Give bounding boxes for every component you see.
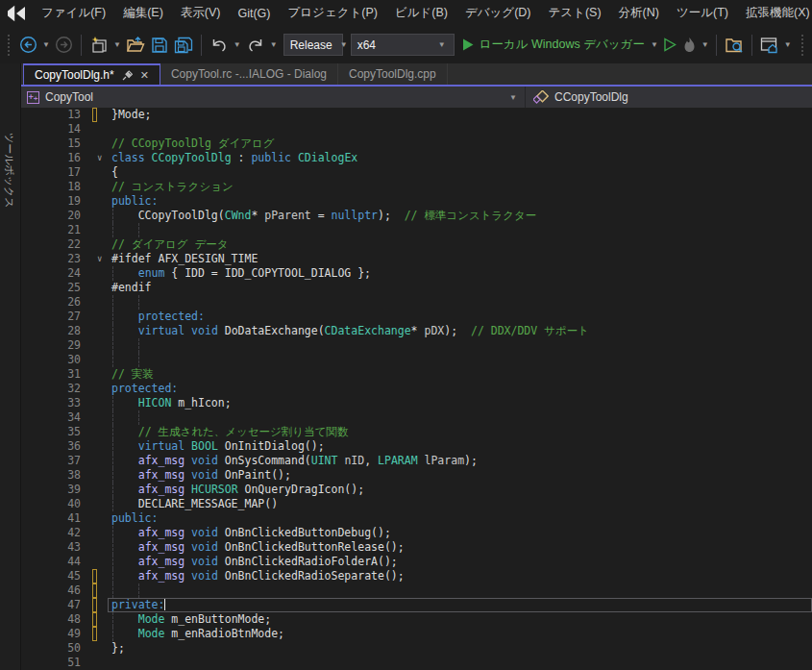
start-debugging-button[interactable]: [458, 32, 478, 59]
line-number: 14: [21, 122, 81, 136]
menu-build[interactable]: ビルド(B): [386, 0, 456, 26]
code-line-44[interactable]: 44 afx_msg void OnBnClickedRadioFolderA(…: [21, 555, 812, 569]
code-line-31[interactable]: 31// 実装: [21, 367, 812, 382]
code-line-39[interactable]: 39 afx_msg HCURSOR OnQueryDragIcon();: [21, 483, 812, 497]
close-icon[interactable]: ✕: [140, 69, 149, 82]
code-token: afx_msg: [138, 555, 185, 568]
code-line-13[interactable]: 13}Mode;: [21, 108, 812, 122]
code-token: [111, 555, 138, 568]
menu-git[interactable]: Git(G): [229, 2, 279, 25]
code-line-42[interactable]: 42 afx_msg void OnBnClickedButtonDebug()…: [21, 526, 812, 540]
navigate-forward-button[interactable]: [52, 32, 76, 59]
menu-analyze[interactable]: 分析(N): [610, 0, 668, 26]
code-line-46[interactable]: 46: [21, 583, 812, 598]
code-line-40[interactable]: 40 DECLARE_MESSAGE_MAP(): [21, 497, 812, 511]
open-folder-button[interactable]: [123, 32, 148, 59]
save-all-button[interactable]: [171, 32, 196, 59]
fold-collapse-icon[interactable]: ∨: [97, 151, 102, 165]
navigate-back-dropdown[interactable]: ▼: [42, 40, 50, 49]
find-in-files-button[interactable]: [722, 32, 747, 59]
code-line-27[interactable]: 27 protected:: [21, 310, 812, 324]
hot-reload-dropdown[interactable]: ▼: [701, 40, 709, 49]
code-line-17[interactable]: 17{: [21, 165, 812, 180]
code-line-18[interactable]: 18// コンストラクション: [21, 180, 812, 194]
pin-icon[interactable]: [122, 70, 133, 81]
code-line-16[interactable]: 16∨class CCopyToolDlg : public CDialogEx: [21, 151, 812, 165]
code-line-26[interactable]: 26: [21, 295, 812, 310]
solution-configuration-dropdown[interactable]: Release ▼: [283, 34, 343, 56]
menu-view[interactable]: 表示(V): [172, 0, 230, 26]
code-line-21[interactable]: 21: [21, 223, 812, 237]
code-line-15[interactable]: 15// CCopyToolDlg ダイアログ: [21, 136, 812, 151]
code-line-35[interactable]: 35 // 生成された、メッセージ割り当て関数: [21, 425, 812, 439]
code-line-49[interactable]: 49 Mode m_enRadioBtnMode;: [21, 627, 812, 641]
code-line-29[interactable]: 29: [21, 338, 812, 353]
toolbar-grip[interactable]: [801, 35, 805, 56]
save-button[interactable]: [148, 32, 171, 59]
code-line-43[interactable]: 43 afx_msg void OnBnClickedButtonRelease…: [21, 540, 812, 555]
code-line-41[interactable]: 41public:: [21, 511, 812, 526]
document-tab-0[interactable]: CopyToolDlg.h*✕: [23, 63, 160, 85]
menu-debug[interactable]: デバッグ(D): [456, 0, 540, 26]
code-line-22[interactable]: 22// ダイアログ データ: [21, 237, 812, 252]
menu-extensions[interactable]: 拡張機能(X): [737, 0, 812, 26]
type-scope-dropdown[interactable]: CCopyToolDlg: [525, 87, 812, 108]
code-line-34[interactable]: 34: [21, 410, 812, 425]
document-tab-1[interactable]: CopyTool.rc -...IALOG - Dialog: [160, 63, 338, 85]
line-number: 23: [21, 252, 81, 266]
code-line-23[interactable]: 23∨#ifdef AFX_DESIGN_TIME: [21, 252, 812, 266]
code-line-25[interactable]: 25#endif: [21, 281, 812, 295]
code-line-45[interactable]: 45 afx_msg void OnBnClickedRadioSeparate…: [21, 569, 812, 583]
menu-tools[interactable]: ツール(T): [668, 0, 737, 26]
fold-collapse-icon[interactable]: ∨: [97, 252, 102, 266]
new-item-button[interactable]: [86, 32, 111, 59]
redo-button[interactable]: [243, 32, 268, 59]
browse-home-button[interactable]: [757, 32, 782, 59]
code-line-32[interactable]: 32protected:: [21, 382, 812, 396]
debug-target-label[interactable]: ローカル Windows デバッガー: [480, 37, 645, 53]
code-token: void: [191, 526, 218, 539]
menu-project[interactable]: プロジェクト(P): [280, 0, 386, 26]
menu-test[interactable]: テスト(S): [540, 0, 610, 26]
code-line-30[interactable]: 30: [21, 353, 812, 367]
code-token: lParam: [425, 454, 465, 467]
hot-reload-button[interactable]: [679, 32, 700, 59]
code-token: OnBnClickedRadioSeparate();: [218, 569, 405, 583]
code-token: OnPaint();: [218, 468, 291, 482]
code-line-50[interactable]: 50};: [21, 641, 812, 656]
code-line-14[interactable]: 14: [21, 122, 812, 136]
code-line-33[interactable]: 33 HICON m_hIcon;: [21, 396, 812, 410]
code-line-47[interactable]: 47private:: [21, 598, 812, 612]
document-tab-2[interactable]: CopyToolDlg.cpp: [338, 63, 448, 85]
project-scope-dropdown[interactable]: +₊ CopyTool ▼: [21, 87, 525, 108]
code-line-28[interactable]: 28 virtual void DoDataExchange(CDataExch…: [21, 324, 812, 338]
menu-edit[interactable]: 編集(E): [114, 0, 172, 26]
solution-platform-dropdown[interactable]: x64 ▼: [351, 34, 455, 56]
code-line-20[interactable]: 20 CCopyToolDlg(CWnd* pParent = nullptr)…: [21, 209, 812, 223]
browse-home-dropdown[interactable]: ▼: [784, 40, 792, 49]
code-line-51[interactable]: 51: [21, 656, 812, 670]
toolbar-grip[interactable]: [8, 35, 12, 56]
code-text: afx_msg void OnPaint();: [111, 468, 291, 483]
modified-change-bar: [92, 569, 97, 583]
undo-button[interactable]: [207, 32, 232, 59]
undo-dropdown[interactable]: ▼: [234, 40, 241, 49]
code-token: DECLARE_MESSAGE_MAP(): [111, 497, 278, 510]
code-line-48[interactable]: 48 Mode m_enButtonMode;: [21, 612, 812, 627]
new-item-dropdown[interactable]: ▼: [113, 40, 121, 49]
code-line-19[interactable]: 19public:: [21, 194, 812, 209]
debug-target-dropdown[interactable]: ▼: [651, 40, 658, 49]
code-token: afx_msg: [138, 569, 185, 583]
start-without-debugging-button[interactable]: [660, 32, 679, 59]
code-line-24[interactable]: 24 enum { IDD = IDD_COPYTOOL_DIALOG };: [21, 266, 812, 281]
redo-dropdown[interactable]: ▼: [270, 40, 278, 49]
code-editor[interactable]: 13}Mode;1415// CCopyToolDlg ダイアログ16∨clas…: [21, 108, 812, 670]
menu-file[interactable]: ファイル(F): [33, 0, 114, 26]
toolbox-side-tab[interactable]: ツールボックス: [0, 63, 21, 670]
navigate-back-button[interactable]: [16, 32, 40, 59]
code-line-36[interactable]: 36 virtual BOOL OnInitDialog();: [21, 439, 812, 454]
find-in-files-icon: [725, 37, 744, 54]
code-line-37[interactable]: 37 afx_msg void OnSysCommand(UINT nID, L…: [21, 454, 812, 468]
line-number: 46: [21, 583, 81, 598]
code-line-38[interactable]: 38 afx_msg void OnPaint();: [21, 468, 812, 483]
